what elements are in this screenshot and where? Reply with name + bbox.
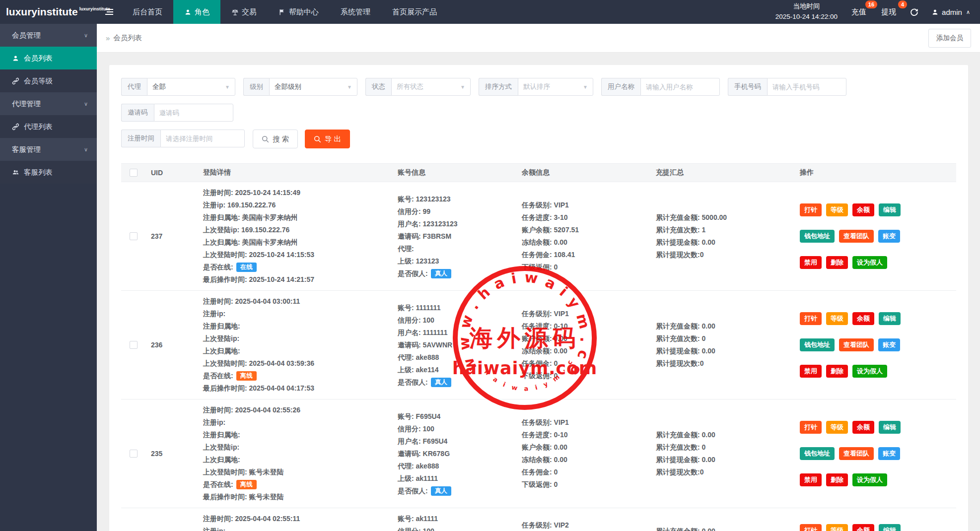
action-balance-button[interactable]: 余额 bbox=[852, 421, 874, 434]
action-level-button[interactable]: 等级 bbox=[826, 421, 848, 434]
sidebar: 会员管理∨会员列表会员等级代理管理∨代理列表客服管理∨客服列表 bbox=[0, 24, 97, 531]
detail-line: 账号: F695U4 bbox=[398, 410, 516, 423]
action-inject-button[interactable]: 打针 bbox=[800, 524, 822, 531]
action-delete-button[interactable]: 删除 bbox=[826, 365, 848, 378]
detail-line: 是否在线:离线 bbox=[203, 478, 392, 491]
filter-input[interactable] bbox=[166, 135, 239, 142]
recharge-link[interactable]: 充值 16 bbox=[850, 5, 867, 19]
sidebar-item-label: 会员列表 bbox=[24, 54, 53, 63]
detail-line: 下级返佣: 0 bbox=[522, 370, 650, 382]
action-view-team-button[interactable]: 查看团队 bbox=[839, 230, 874, 243]
logo-text: luxuryinstitute bbox=[6, 6, 78, 18]
action-inject-button[interactable]: 打针 bbox=[800, 421, 822, 434]
action-account-change-button[interactable]: 账变 bbox=[878, 230, 900, 243]
row-checkbox[interactable] bbox=[130, 232, 138, 240]
action-disable-button[interactable]: 禁用 bbox=[800, 365, 822, 378]
action-wallet-address-button[interactable]: 钱包地址 bbox=[800, 447, 835, 460]
action-edit-button[interactable]: 编辑 bbox=[879, 524, 901, 531]
action-view-team-button[interactable]: 查看团队 bbox=[839, 447, 874, 460]
action-inject-button[interactable]: 打针 bbox=[800, 203, 822, 216]
action-view-team-button[interactable]: 查看团队 bbox=[839, 338, 874, 351]
filter-select[interactable]: 所有状态▼ bbox=[391, 78, 471, 96]
sidebar-item[interactable]: 客服列表 bbox=[0, 161, 97, 184]
filter-select[interactable]: 默认排序▼ bbox=[518, 78, 593, 96]
sidebar-item[interactable]: 会员等级 bbox=[0, 69, 97, 92]
top-menu-item[interactable]: 角色 bbox=[173, 0, 220, 24]
search-icon bbox=[262, 135, 269, 143]
withdraw-link[interactable]: 提现 4 bbox=[880, 5, 897, 19]
action-level-button[interactable]: 等级 bbox=[826, 312, 848, 325]
action-edit-button[interactable]: 编辑 bbox=[879, 421, 901, 434]
filter-input[interactable] bbox=[646, 83, 714, 91]
detail-line: 任务佣金: 0 bbox=[522, 357, 650, 370]
action-disable-button[interactable]: 禁用 bbox=[800, 256, 822, 269]
detail-line: 上次登陆ip: bbox=[203, 332, 392, 345]
row-balance-info: 任务级别: VIP1任务进度: 3-10账户余额: 5207.51冻结余额: 0… bbox=[516, 199, 650, 273]
action-set-fake-button[interactable]: 设为假人 bbox=[852, 473, 887, 486]
action-set-fake-button[interactable]: 设为假人 bbox=[852, 256, 887, 269]
filter-input[interactable] bbox=[772, 83, 841, 91]
action-level-button[interactable]: 等级 bbox=[826, 524, 848, 531]
detail-line: 代理: ake888 bbox=[398, 351, 516, 364]
sidebar-group[interactable]: 代理管理∨ bbox=[0, 92, 97, 115]
detail-line: 最后操作时间: 2025-10-24 14:21:57 bbox=[203, 273, 392, 286]
filter-select[interactable]: 全部▼ bbox=[147, 78, 235, 96]
sidebar-group[interactable]: 客服管理∨ bbox=[0, 138, 97, 161]
action-inject-button[interactable]: 打针 bbox=[800, 312, 822, 325]
sidebar-toggle-icon[interactable] bbox=[97, 0, 122, 24]
sidebar-group[interactable]: 会员管理∨ bbox=[0, 24, 97, 47]
row-account-info: 账号: ak1111信用分: 100用户名: ak1111邀请码: F695U4… bbox=[392, 513, 516, 531]
user-icon bbox=[931, 8, 939, 16]
action-balance-button[interactable]: 余额 bbox=[852, 203, 874, 216]
top-menu-item[interactable]: 后台首页 bbox=[122, 0, 173, 24]
action-balance-button[interactable]: 余额 bbox=[852, 524, 874, 531]
search-button[interactable]: 搜 索 bbox=[253, 130, 298, 148]
sidebar-item[interactable]: 会员列表 bbox=[0, 47, 97, 69]
detail-line: 累计充值金额: 5000.00 bbox=[656, 211, 794, 224]
action-edit-button[interactable]: 编辑 bbox=[879, 312, 901, 325]
action-disable-button[interactable]: 禁用 bbox=[800, 473, 822, 486]
row-account-info: 账号: 123123123信用分: 99用户名: 123123123邀请码: F… bbox=[392, 193, 516, 280]
refresh-icon[interactable] bbox=[910, 8, 918, 16]
filter-input[interactable] bbox=[159, 109, 228, 117]
link-icon bbox=[12, 77, 19, 85]
filter-input-wrap bbox=[160, 130, 245, 147]
filter-label: 注册时间 bbox=[121, 130, 160, 147]
action-level-button[interactable]: 等级 bbox=[826, 203, 848, 216]
detail-line: 是否在线:在线 bbox=[203, 261, 392, 273]
main-content: » 会员列表 添加会员 代理全部▼级别全部级别▼状态所有状态▼排序方式默认排序▼… bbox=[97, 24, 980, 531]
action-account-change-button[interactable]: 账变 bbox=[878, 338, 900, 351]
action-account-change-button[interactable]: 账变 bbox=[878, 447, 900, 460]
action-delete-button[interactable]: 删除 bbox=[826, 256, 848, 269]
detail-line: 累计充值金额: 0.00 bbox=[656, 429, 794, 441]
filter-row-1: 代理全部▼级别全部级别▼状态所有状态▼排序方式默认排序▼用户名称手机号码邀请码 bbox=[121, 78, 956, 130]
export-button[interactable]: 导 出 bbox=[305, 130, 350, 148]
admin-menu[interactable]: admin ∧ bbox=[931, 8, 970, 16]
add-member-button[interactable]: 添加会员 bbox=[928, 29, 971, 48]
top-menu-item[interactable]: 帮助中心 bbox=[268, 0, 330, 24]
row-checkbox[interactable] bbox=[130, 450, 138, 458]
filter-select[interactable]: 全部级别▼ bbox=[269, 78, 357, 96]
action-delete-button[interactable]: 删除 bbox=[826, 473, 848, 486]
sidebar-item-label: 代理列表 bbox=[24, 122, 53, 132]
top-menu-item[interactable]: 交易 bbox=[220, 0, 268, 24]
action-wallet-address-button[interactable]: 钱包地址 bbox=[800, 338, 835, 351]
filter-label: 邀请码 bbox=[121, 104, 154, 122]
detail-line: 累计充值金额: 0.00 bbox=[656, 320, 794, 332]
top-menu-item[interactable]: 首页展示产品 bbox=[381, 0, 448, 24]
select-all-checkbox[interactable] bbox=[130, 169, 138, 177]
table-row: 234注册时间: 2025-04-04 02:55:11注册ip:注册归属地:上… bbox=[121, 508, 956, 531]
detail-line: 注册ip: 169.150.222.76 bbox=[203, 199, 392, 211]
sidebar-item[interactable]: 代理列表 bbox=[0, 115, 97, 138]
row-uid: 236 bbox=[146, 341, 193, 349]
action-balance-button[interactable]: 余额 bbox=[852, 312, 874, 325]
top-menu-item[interactable]: 系统管理 bbox=[330, 0, 381, 24]
row-checkbox[interactable] bbox=[130, 341, 138, 349]
detail-line: 是否假人:真人 bbox=[398, 267, 516, 280]
row-recharge-summary: 累计充值金额: 0.00累计充值次数: 0累计提现金额: 0.00 bbox=[650, 525, 794, 531]
action-set-fake-button[interactable]: 设为假人 bbox=[852, 365, 887, 378]
action-edit-button[interactable]: 编辑 bbox=[879, 203, 901, 216]
action-line: 钱包地址查看团队账变 bbox=[800, 230, 956, 243]
member-table: UID 登陆详情 账号信息 余额信息 充提汇总 操作 237注册时间: 2025… bbox=[121, 163, 956, 531]
action-wallet-address-button[interactable]: 钱包地址 bbox=[800, 230, 835, 243]
